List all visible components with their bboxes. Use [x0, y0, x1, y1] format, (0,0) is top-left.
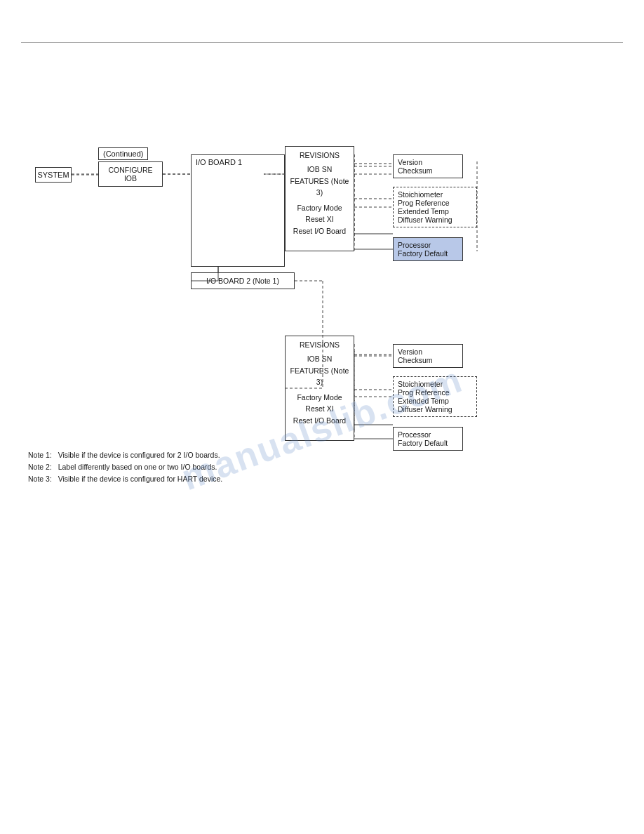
iob2-box: I/O BOARD 2 (Note 1): [191, 272, 295, 289]
processor2-box: Processor Factory Default: [393, 427, 463, 451]
features2-box: Stoichiometer Prog Reference Extended Te…: [393, 376, 477, 417]
version2-box: Version Checksum: [393, 344, 463, 368]
configure-iob-box: CONFIGURE IOB: [98, 161, 163, 187]
notes-section: Note 1: Visible if the device is configu…: [28, 449, 222, 484]
processor1-box: Processor Factory Default: [393, 237, 463, 261]
continued-label: (Continued): [103, 150, 143, 158]
note-1: Note 1: Visible if the device is configu…: [28, 449, 222, 461]
features1-box: Stoichiometer Prog Reference Extended Te…: [393, 187, 477, 227]
revisions1-box: REVISIONS IOB SN FEATURES (Note 3) Facto…: [285, 146, 354, 251]
iob1-box: I/O BOARD 1: [191, 154, 285, 267]
note-3: Note 3: Visible if the device is configu…: [28, 473, 222, 485]
version1-box: Version Checksum: [393, 154, 463, 178]
rev1-title: REVISIONS: [290, 150, 349, 161]
continued-box: (Continued): [98, 147, 148, 160]
rev2-title: REVISIONS: [290, 339, 349, 350]
revisions2-box: REVISIONS IOB SN FEATURES (Note 3) Facto…: [285, 336, 354, 441]
top-divider: [21, 42, 623, 43]
page: (Continued) SYSTEM CONFIGURE IOB I/O BOA…: [0, 0, 644, 834]
system-box: SYSTEM: [35, 167, 72, 183]
note-2: Note 2: Label differently based on one o…: [28, 461, 222, 473]
